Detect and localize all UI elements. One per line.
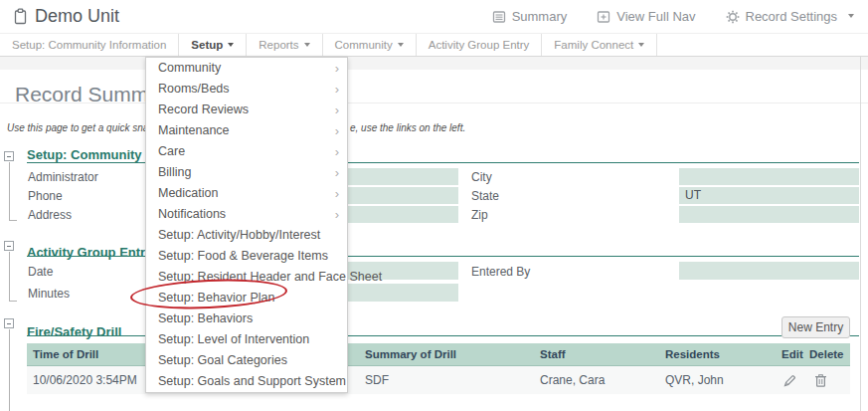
content-right-border xyxy=(860,57,861,411)
section-link-activity-group-entry[interactable]: Activity Group Entry xyxy=(27,245,152,260)
field-label: Administrator xyxy=(28,170,98,184)
residents-cell: QVR, John xyxy=(665,366,724,394)
delete-button[interactable] xyxy=(814,373,827,388)
summary-list-icon xyxy=(492,10,506,24)
nav-item-family-connect[interactable]: Family Connect xyxy=(542,34,657,56)
gear-icon xyxy=(726,10,740,24)
zip-value-field xyxy=(679,206,859,223)
chevron-down-icon xyxy=(304,43,310,47)
page-intro-left: Use this page to get a quick snapsh xyxy=(7,122,164,133)
city-value-field xyxy=(679,168,859,185)
tree-line xyxy=(9,301,17,302)
menu-item-record-reviews[interactable]: Record Reviews› xyxy=(146,100,347,120)
column-header: Edit xyxy=(781,343,803,365)
page-top-strip xyxy=(0,57,868,70)
staff-cell: Crane, Cara xyxy=(540,366,605,394)
summary-cell: SDF xyxy=(365,366,389,394)
view-full-nav-button[interactable]: View Full Nav xyxy=(597,9,695,24)
field-label: Address xyxy=(28,208,72,222)
column-header: Time of Drill xyxy=(33,343,98,365)
expand-square-icon xyxy=(597,10,610,24)
clipboard-icon xyxy=(13,8,28,25)
titlebar: Demo Unit Summary xyxy=(0,0,868,33)
menu-item-notifications[interactable]: Notifications› xyxy=(146,204,347,225)
field-label: Entered By xyxy=(471,265,530,279)
field-label: Date xyxy=(28,265,53,279)
summary-button[interactable]: Summary xyxy=(492,9,568,24)
field-label: Zip xyxy=(471,208,488,222)
menu-item-billing[interactable]: Billing› xyxy=(146,162,347,183)
pencil-icon xyxy=(782,373,797,388)
tree-line xyxy=(9,162,10,221)
menu-item-setup-behavior-plan[interactable]: Setup: Behavior Plan xyxy=(146,288,347,308)
chevron-right-icon: › xyxy=(335,120,339,141)
column-header: Staff xyxy=(540,343,566,365)
time-of-drill-cell: 10/06/2020 3:54PM xyxy=(33,366,137,394)
chevron-right-icon: › xyxy=(335,100,339,120)
field-label: City xyxy=(471,170,492,184)
column-header: Summary of Drill xyxy=(365,343,456,365)
menu-item-setup-resident-header-face-sheet[interactable]: Setup: Resident Header and Face Sheet xyxy=(146,267,347,288)
record-title: Demo Unit xyxy=(35,6,119,27)
field-label: Phone xyxy=(28,189,63,203)
menu-item-community[interactable]: Community› xyxy=(146,58,347,79)
chevron-down-icon xyxy=(848,14,854,18)
chevron-down-icon xyxy=(638,43,644,47)
menu-item-setup-level-of-intervention[interactable]: Setup: Level of Intervention xyxy=(146,329,347,350)
chevron-down-icon xyxy=(228,43,234,47)
entered-by-value-field xyxy=(679,262,859,280)
chevron-right-icon: › xyxy=(335,183,339,204)
new-entry-button[interactable]: New Entry xyxy=(781,316,850,338)
menu-item-maintenance[interactable]: Maintenance› xyxy=(146,120,347,141)
column-header: Delete xyxy=(809,343,844,365)
menu-item-setup-goal-categories[interactable]: Setup: Goal Categories xyxy=(146,350,347,371)
chevron-down-icon xyxy=(398,43,404,47)
chevron-right-icon: › xyxy=(335,141,339,162)
menu-item-setup-food-beverage-items[interactable]: Setup: Food & Beverage Items xyxy=(146,246,347,267)
nav-item-community[interactable]: Community xyxy=(323,34,417,56)
state-value-field: UT xyxy=(679,187,859,204)
collapse-toggle-icon[interactable] xyxy=(4,241,14,251)
edit-button[interactable] xyxy=(782,373,797,388)
trash-icon xyxy=(814,373,827,388)
app-window: Demo Unit Summary xyxy=(0,0,868,411)
menu-item-care[interactable]: Care› xyxy=(146,141,347,162)
menu-item-rooms-beds[interactable]: Rooms/Beds› xyxy=(146,79,347,100)
section-link-fire-safety-drill[interactable]: Fire/Safety Drill xyxy=(27,324,121,339)
menu-item-setup-goals-support-system[interactable]: Setup: Goals and Support System xyxy=(146,371,347,392)
nav-item-setup-community-information[interactable]: Setup: Community Information xyxy=(0,34,179,56)
chevron-right-icon: › xyxy=(335,162,339,183)
nav-item-setup[interactable]: Setup xyxy=(179,34,247,56)
page-intro-right: e, use the links on the left. xyxy=(350,122,465,133)
menu-item-setup-activity-hobby-interest[interactable]: Setup: Activity/Hobby/Interest xyxy=(146,225,347,246)
collapse-toggle-icon[interactable] xyxy=(4,151,14,161)
nav-item-activity-group-entry[interactable]: Activity Group Entry xyxy=(417,34,543,56)
nav-item-reports[interactable]: Reports xyxy=(247,34,322,56)
divider xyxy=(0,103,868,103)
menu-item-medication[interactable]: Medication› xyxy=(146,183,347,204)
chevron-right-icon: › xyxy=(335,58,339,79)
record-settings-button[interactable]: Record Settings xyxy=(726,9,855,24)
main-nav: Setup: Community Information Setup Repor… xyxy=(0,33,868,57)
collapse-toggle-icon[interactable] xyxy=(4,318,14,328)
chevron-right-icon: › xyxy=(335,79,339,100)
menu-item-setup-behaviors[interactable]: Setup: Behaviors xyxy=(146,308,347,329)
chevron-right-icon: › xyxy=(335,204,339,225)
tree-line xyxy=(9,329,10,411)
column-header: Residents xyxy=(665,343,720,365)
field-label: Minutes xyxy=(28,287,70,301)
tree-line xyxy=(9,252,10,302)
field-label: State xyxy=(471,189,499,203)
tree-line xyxy=(9,220,17,221)
record-summary-page: Record Summary Use this page to get a qu… xyxy=(0,57,868,411)
setup-dropdown-menu: Community› Rooms/Beds› Record Reviews› M… xyxy=(145,57,348,393)
